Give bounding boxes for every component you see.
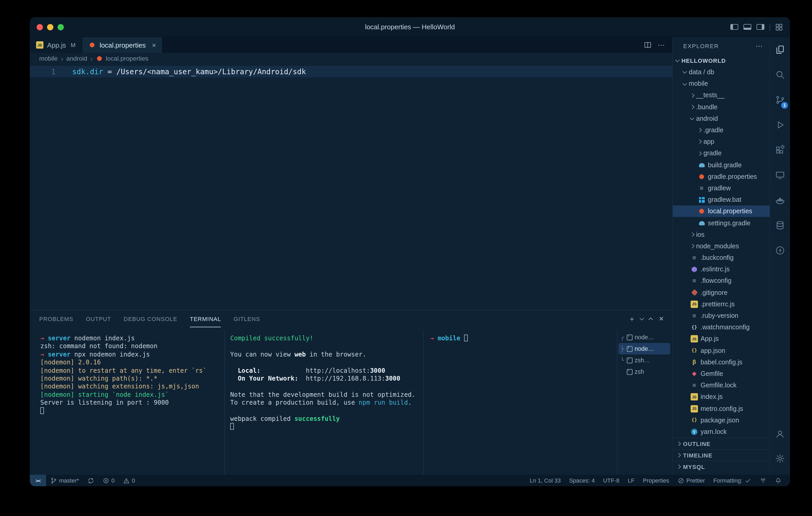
status-errors[interactable]: 0 xyxy=(98,475,119,486)
tab-local-properties[interactable]: local.properties× xyxy=(82,37,163,53)
explorer-item-watchmanconfig[interactable]: {}.watchmanconfig xyxy=(673,322,770,333)
explorer-item-bundle[interactable]: .bundle xyxy=(673,101,770,113)
database-icon[interactable] xyxy=(770,213,790,238)
explorer-item-gemfile-lock[interactable]: ≡Gemfile.lock xyxy=(673,380,770,391)
remote-explorer-icon[interactable] xyxy=(770,162,790,188)
explorer-item-gitignore[interactable]: .gitignore xyxy=(673,287,770,298)
explorer-item-gradlew-bat[interactable]: gradlew.bat xyxy=(673,194,770,206)
search-icon[interactable] xyxy=(770,62,790,87)
section-outline[interactable]: OUTLINE xyxy=(673,437,770,449)
explorer-item-node-modules[interactable]: node_modules xyxy=(673,241,770,252)
explorer-item-ios[interactable]: ios xyxy=(673,229,770,240)
activity-bar: 1 xyxy=(770,37,790,475)
panel-tab-problems[interactable]: PROBLEMS xyxy=(39,310,73,327)
explorer-item-gradle[interactable]: gradle xyxy=(673,148,770,159)
zoom-window-button[interactable] xyxy=(58,24,64,30)
toggle-secondary-sidebar-icon[interactable] xyxy=(757,24,764,30)
terminal-pane-webpack[interactable]: Compiled successfully! You can now view … xyxy=(225,330,424,475)
docker-icon[interactable] xyxy=(770,188,790,213)
toggle-panel-icon[interactable] xyxy=(744,24,751,30)
explorer-more-actions-icon[interactable]: ⋯ xyxy=(755,42,763,50)
explorer-item-app-js[interactable]: JSApp.js xyxy=(673,333,770,345)
explorer-root-folder[interactable]: HELLOWORLD xyxy=(673,55,770,66)
explorer-item-gradle[interactable]: .gradle xyxy=(673,124,770,136)
terminal-line: To create a production build, use npm ru… xyxy=(230,399,423,407)
status-branch[interactable]: master* xyxy=(46,475,83,486)
explorer-item-data-db[interactable]: data / db xyxy=(673,66,770,78)
explorer-item-app-json[interactable]: {}app.json xyxy=(673,345,770,356)
status-encoding[interactable]: UTF-8 xyxy=(599,475,624,486)
explorer-item-build-gradle[interactable]: build.gradle xyxy=(673,159,770,171)
terminal-line: On Your Network: http://192.168.8.113:30… xyxy=(230,375,423,383)
thunder-client-icon[interactable] xyxy=(770,238,790,263)
explorer-item-app[interactable]: app xyxy=(673,136,770,147)
source-control-icon[interactable]: 1 xyxy=(770,87,790,113)
status-formatting[interactable]: Formatting: xyxy=(709,475,755,486)
maximize-panel-icon[interactable] xyxy=(649,317,653,322)
minimize-window-button[interactable] xyxy=(47,24,53,30)
terminal-list-item-node[interactable]: ├node… xyxy=(618,343,670,355)
close-tab-icon[interactable]: × xyxy=(152,41,156,49)
breadcrumb-item-local-properties[interactable]: local.properties xyxy=(96,55,148,62)
status-prettier[interactable]: Prettier xyxy=(673,475,709,486)
explorer-item-babel-config-js[interactable]: βbabel.config.js xyxy=(673,356,770,368)
panel-tab-gitlens[interactable]: GITLENS xyxy=(234,310,260,327)
explorer-item-android[interactable]: android xyxy=(673,113,770,124)
customize-layout-icon[interactable] xyxy=(775,23,783,31)
extensions-icon[interactable] xyxy=(770,138,790,162)
split-editor-icon[interactable] xyxy=(644,42,651,48)
toggle-primary-sidebar-icon[interactable] xyxy=(730,24,738,30)
terminal-pane-zsh[interactable]: → mobile xyxy=(424,330,617,475)
tab-app-js[interactable]: JSApp.jsM xyxy=(30,37,82,53)
close-window-button[interactable] xyxy=(37,24,43,30)
settings-icon[interactable] xyxy=(770,446,790,471)
explorer-item-settings-gradle[interactable]: settings.gradle xyxy=(673,217,770,229)
explorer-item-buckconfig[interactable]: ≡.buckconfig xyxy=(673,252,770,264)
terminal-list-item-node[interactable]: ┌node… xyxy=(618,331,670,343)
status-notifications[interactable] xyxy=(771,475,786,486)
section-timeline[interactable]: TIMELINE xyxy=(673,449,770,461)
panel-tab-terminal[interactable]: TERMINAL xyxy=(190,310,221,327)
terminal-pane-nodemon[interactable]: → server nodemon index.jszsh: command no… xyxy=(30,330,225,475)
explorer-item-gradle-properties[interactable]: gradle.properties xyxy=(673,171,770,182)
explorer-item-package-json[interactable]: {}package.json xyxy=(673,414,770,426)
title-bar[interactable]: local.properties — HelloWorld xyxy=(30,17,790,37)
chevron-right-icon xyxy=(690,244,694,248)
panel-tab-output[interactable]: OUTPUT xyxy=(86,310,111,327)
explorer-item-local-properties[interactable]: local.properties xyxy=(673,206,770,217)
run-debug-icon[interactable] xyxy=(770,113,790,138)
explorer-item-index-js[interactable]: JSindex.js xyxy=(673,391,770,403)
panel-tab-debug-console[interactable]: DEBUG CONSOLE xyxy=(124,310,177,327)
explorer-item-tests[interactable]: __tests__ xyxy=(673,90,770,101)
files-icon[interactable] xyxy=(770,37,790,62)
status-remote[interactable]: >< xyxy=(30,475,46,486)
explorer-item-flowconfig[interactable]: ≡.flowconfig xyxy=(673,275,770,287)
accounts-icon[interactable] xyxy=(770,421,790,446)
explorer-item-yarn-lock[interactable]: yyarn.lock xyxy=(673,426,770,437)
explorer-item-prettierrc-js[interactable]: JS.prettierrc.js xyxy=(673,299,770,310)
section-mysql[interactable]: MYSQL xyxy=(673,461,770,472)
explorer-item-eslintrc-js[interactable]: .eslintrc.js xyxy=(673,264,770,275)
status-broadcast[interactable] xyxy=(755,475,771,486)
terminal-list-item-zsh[interactable]: zsh xyxy=(618,366,670,377)
explorer-item-ruby-version[interactable]: ≡.ruby-version xyxy=(673,310,770,322)
status-eol[interactable]: LF xyxy=(624,475,639,486)
status-language-mode[interactable]: Properties xyxy=(639,475,673,486)
editor[interactable]: 1 sdk.dir = /Users/<nama_user_kamu>/Libr… xyxy=(30,64,672,310)
explorer-item-gemfile[interactable]: ◆Gemfile xyxy=(673,368,770,380)
terminal-list-item-zsh[interactable]: └zsh… xyxy=(618,355,670,366)
new-terminal-button[interactable]: + xyxy=(630,315,634,323)
explorer-item-label: app.json xyxy=(701,347,725,354)
more-actions-icon[interactable]: ⋯ xyxy=(658,41,665,49)
breadcrumb-item-android[interactable]: android xyxy=(66,55,87,62)
status-warnings[interactable]: 0 xyxy=(119,475,139,486)
status-cursor-position[interactable]: Ln 1, Col 33 xyxy=(526,475,565,486)
explorer-item-mobile[interactable]: mobile xyxy=(673,78,770,89)
terminal-dropdown-icon[interactable] xyxy=(640,316,644,320)
breadcrumb-item-mobile[interactable]: mobile xyxy=(39,55,58,62)
explorer-item-metro-config-js[interactable]: JSmetro.config.js xyxy=(673,403,770,414)
close-panel-icon[interactable]: ✕ xyxy=(659,315,664,323)
status-sync[interactable] xyxy=(83,475,98,486)
status-indentation[interactable]: Spaces: 4 xyxy=(565,475,599,486)
explorer-item-gradlew[interactable]: ≡gradlew xyxy=(673,182,770,194)
